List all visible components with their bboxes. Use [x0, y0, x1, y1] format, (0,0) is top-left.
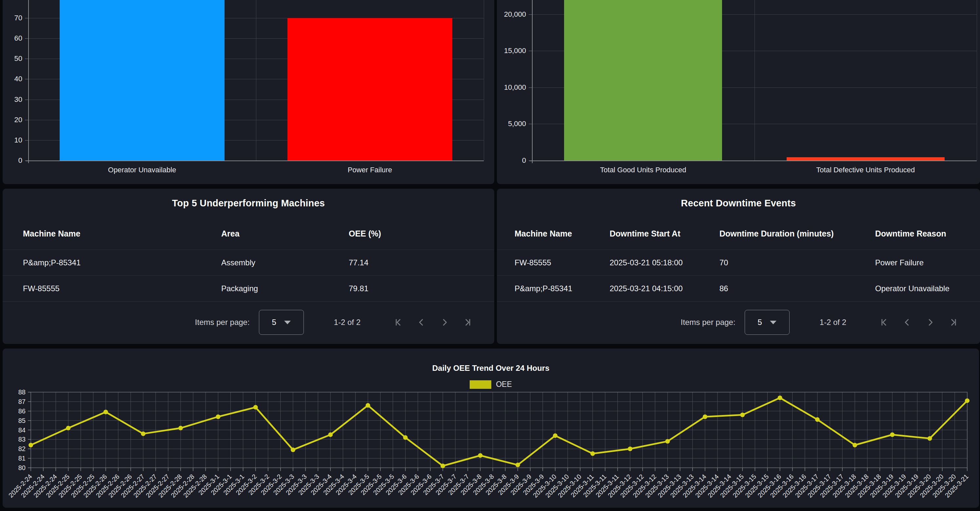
data-point: [366, 403, 371, 408]
y-tick-label: 20,000: [497, 10, 526, 19]
next-page-button[interactable]: [439, 316, 450, 328]
y-tick-label: 10: [3, 136, 22, 144]
cell-downtime-start: 2025-03-21 05:18:00: [609, 258, 719, 267]
page-range-label: 1-2 of 2: [820, 318, 846, 327]
data-point: [553, 433, 557, 438]
paginator: Items per page: 5 1-2 of 2: [3, 301, 494, 344]
units-produced-chart-panel: 05,00010,00015,00020,000Total Good Units…: [497, 0, 980, 184]
y-tick-label: 86: [18, 408, 25, 415]
downtime-by-reason-chart-panel: 010203040506070Operator UnavailablePower…: [3, 0, 494, 184]
legend-label: OEE: [496, 380, 512, 389]
bar-category-label: Power Failure: [256, 166, 484, 174]
previous-page-button[interactable]: [415, 316, 427, 328]
data-point: [253, 405, 258, 409]
bar-1: [288, 18, 453, 160]
bar-category-label: Total Defective Units Produced: [754, 166, 977, 174]
column-header-oee: OEE (%): [349, 229, 481, 238]
cell-downtime-duration: 86: [719, 284, 875, 293]
last-page-button[interactable]: [947, 316, 959, 328]
y-tick-label: 50: [3, 54, 22, 63]
data-point: [628, 446, 632, 451]
y-tick-label: 87: [18, 398, 25, 405]
y-tick-label: 0: [3, 156, 22, 165]
data-point: [815, 417, 820, 422]
y-tick-label: 15,000: [497, 46, 526, 55]
bar-1: [787, 157, 945, 160]
y-tick-label: 82: [18, 445, 25, 452]
y-tick-label: 40: [3, 75, 22, 83]
chevron-right-icon: [439, 317, 450, 328]
page-title: Recent Downtime Events: [497, 189, 980, 217]
oee-line: [31, 398, 967, 466]
x-gridline: [977, 0, 977, 160]
data-point: [103, 410, 108, 414]
chevron-left-icon: [416, 317, 427, 328]
data-point: [291, 448, 295, 452]
cell-oee: 77.14: [349, 258, 481, 267]
y-tick: [529, 124, 532, 124]
y-tick-label: 81: [18, 455, 25, 462]
data-point: [141, 432, 146, 436]
legend-swatch: [470, 380, 491, 389]
cell-downtime-reason: Operator Unavailable: [875, 284, 967, 293]
chart-legend: OEE: [3, 380, 979, 389]
chart-title: Daily OEE Trend Over 24 Hours: [3, 363, 979, 373]
y-axis-line: [532, 0, 533, 163]
column-header-machine-name: Machine Name: [23, 229, 221, 238]
y-tick-label: 88: [18, 389, 25, 396]
first-page-icon: [879, 317, 890, 328]
x-axis-line: [25, 160, 484, 161]
first-page-button[interactable]: [393, 316, 404, 328]
data-point: [740, 413, 745, 417]
y-tick-label: 20: [3, 116, 22, 124]
y-tick-label: 80: [18, 464, 25, 471]
column-header-downtime-reason: Downtime Reason: [875, 229, 967, 238]
y-tick-label: 30: [3, 95, 22, 104]
underperforming-machines-panel: Top 5 Underperforming Machines Machine N…: [3, 189, 494, 344]
bar-category-label: Total Good Units Produced: [532, 166, 754, 174]
x-axis-line: [529, 160, 977, 161]
y-tick: [25, 38, 28, 39]
cell-machine-name: FW-85555: [515, 258, 609, 267]
chevron-down-icon: [770, 321, 776, 324]
cell-downtime-duration: 70: [719, 258, 875, 267]
items-per-page-select[interactable]: 5: [259, 310, 304, 335]
column-header-machine-name: Machine Name: [515, 229, 609, 238]
data-point: [178, 426, 183, 430]
y-tick-label: 84: [18, 427, 25, 434]
y-tick-label: 85: [18, 417, 25, 424]
column-header-downtime-start: Downtime Start At: [609, 229, 719, 238]
data-point: [703, 414, 707, 419]
items-per-page-label: Items per page:: [195, 318, 250, 327]
y-tick-label: 60: [3, 34, 22, 43]
cell-machine-name: FW-85555: [23, 284, 221, 293]
first-page-button[interactable]: [878, 316, 890, 328]
data-point: [478, 453, 482, 458]
table-header-row: Machine Name Downtime Start At Downtime …: [497, 217, 980, 250]
y-tick: [529, 14, 532, 15]
cell-machine-name: P&amp;P-85341: [23, 258, 221, 267]
y-tick: [25, 140, 28, 141]
first-page-icon: [393, 317, 404, 328]
bar-0: [60, 0, 225, 160]
last-page-icon: [948, 317, 959, 328]
y-tick: [25, 18, 28, 18]
last-page-button[interactable]: [461, 316, 473, 328]
table-header-row: Machine Name Area OEE (%): [3, 217, 494, 250]
items-per-page-select[interactable]: 5: [745, 310, 789, 335]
data-point: [890, 432, 894, 437]
data-point: [665, 439, 670, 444]
items-per-page-label: Items per page:: [681, 318, 735, 327]
table-row: P&amp;P-85341 Assembly 77.14: [3, 250, 494, 276]
y-tick-label: 10,000: [497, 83, 526, 92]
y-tick-label: 70: [3, 14, 22, 22]
data-point: [853, 443, 857, 448]
next-page-button[interactable]: [924, 316, 936, 328]
data-point: [515, 462, 520, 467]
cell-area: Assembly: [221, 258, 349, 267]
page-title: Top 5 Underperforming Machines: [3, 189, 494, 217]
previous-page-button[interactable]: [901, 316, 913, 328]
cell-downtime-start: 2025-03-21 04:15:00: [609, 284, 719, 293]
x-gridline: [754, 0, 755, 160]
cell-area: Packaging: [221, 284, 349, 293]
